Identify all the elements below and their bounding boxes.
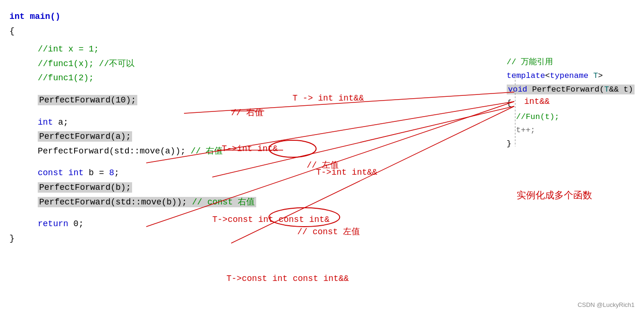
code-line-2: {: [9, 24, 256, 39]
right-code-brace-close: }: [507, 137, 635, 151]
code-line-3a: //int x = 1;: [9, 42, 256, 57]
ann-t-int-intrefref2: T->int int&&: [316, 168, 377, 177]
code-line-4: PerfectForward(10);: [9, 93, 256, 108]
code-line-10: PerfectForward(std::move(b)); // const 右…: [9, 195, 256, 210]
right-code-brace-open: {: [507, 97, 635, 110]
keyword-int: int main(): [9, 12, 60, 21]
right-code-block: // 万能引用 template<typename T> void Perfec…: [507, 56, 635, 151]
right-code-template: template<typename T>: [507, 69, 635, 83]
code-line-1: int main(): [9, 9, 256, 24]
code-line-11: return 0;: [9, 217, 256, 231]
ann-left-value: // 左值: [307, 159, 339, 170]
svg-point-8: [269, 208, 340, 227]
watermark: CSDN @LuckyRich1: [577, 301, 635, 308]
code-line-12: }: [9, 231, 256, 246]
svg-line-6: [231, 106, 514, 243]
right-code-comment: // 万能引用: [507, 56, 635, 69]
ann-t-constint-constintrefref: T->const int const int&&: [226, 274, 349, 283]
ann-instantiate: 实例化成多个函数: [517, 189, 592, 202]
right-code-tpp: t++;: [507, 124, 635, 137]
ann-const-left: // const 左值: [297, 226, 360, 237]
code-line-7: PerfectForward(std::move(a)); // 右值: [9, 144, 256, 159]
code-line-5: int a;: [9, 115, 256, 130]
code-line-6: PerfectForward(a);: [9, 129, 256, 144]
code-block: int main() { //int x = 1; //func1(x); //…: [9, 9, 256, 246]
svg-point-7: [269, 140, 316, 157]
right-code-comment2: //Fun(t);: [507, 110, 635, 124]
svg-line-4: [212, 106, 514, 177]
code-line-8: const int b = 8;: [9, 166, 256, 180]
code-line-3c: //func1(2);: [9, 71, 256, 85]
code-line-3b: //func1(x); //不可以: [9, 57, 256, 71]
ann-t-int-intrefref-top: T -> int int&&: [293, 93, 364, 103]
code-line-9: PerfectForward(b);: [9, 180, 256, 195]
right-code-func: void PerfectForward(T&& t): [507, 83, 635, 97]
